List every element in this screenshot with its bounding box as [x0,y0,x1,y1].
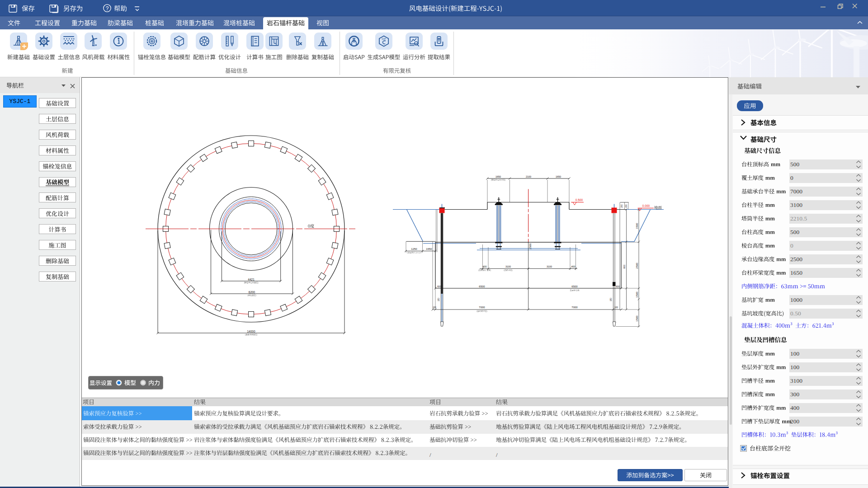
svg-text:6500: 6500 [479,285,485,288]
svg-text:400: 400 [482,265,486,268]
svg-text:3100: 3100 [547,265,552,268]
svg-text:200: 200 [621,204,623,208]
svg-text:600: 600 [437,285,441,288]
svg-text:6200: 6200 [249,291,255,294]
svg-text:1500: 1500 [636,315,638,322]
svg-text:3100: 3100 [505,265,511,268]
svg-text:2100: 2100 [526,175,531,178]
svg-text:1250: 1250 [411,248,417,250]
svg-text:2500: 2500 [529,243,532,249]
svg-text:400: 400 [571,265,575,268]
svg-text:1650: 1650 [556,175,561,178]
svg-text:150: 150 [610,298,612,301]
svg-text:150: 150 [625,204,627,208]
svg-text:100: 100 [433,306,436,309]
svg-text:7000: 7000 [479,306,485,309]
svg-text:0.500: 0.500 [576,198,583,202]
svg-text:150: 150 [438,298,440,301]
svg-text:6500: 6500 [571,285,578,288]
svg-text:14000: 14000 [247,330,255,333]
svg-text:1650: 1650 [495,175,501,178]
svg-text:7000: 7000 [571,306,578,309]
svg-text:1650: 1650 [426,248,432,250]
svg-text:2500: 2500 [636,263,638,269]
svg-text:4421: 4421 [248,278,255,281]
svg-text:1500: 1500 [636,223,638,229]
svg-text:1500: 1500 [636,291,638,298]
svg-text:0.000: 0.000 [642,204,650,207]
svg-text:600: 600 [623,265,626,269]
svg-text:600: 600 [616,285,620,288]
svg-text:100: 100 [614,306,618,309]
